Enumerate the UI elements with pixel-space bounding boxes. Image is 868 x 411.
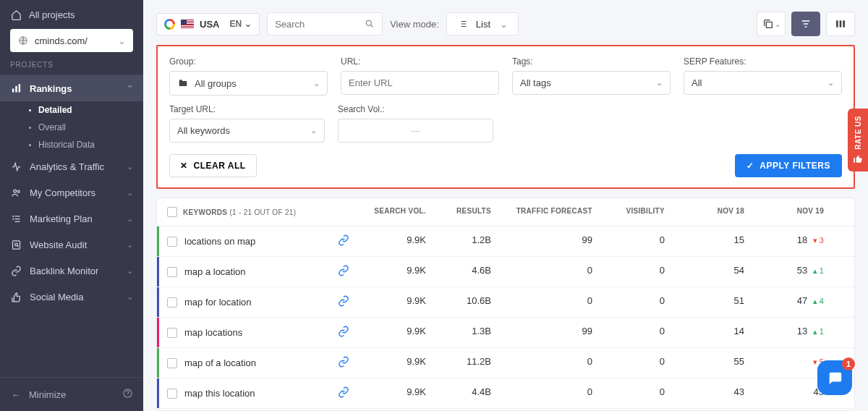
- filter-button[interactable]: [791, 12, 820, 36]
- svg-rect-2: [15, 85, 17, 92]
- sidebar-item-competitors[interactable]: My Competitors ⌄: [0, 179, 143, 206]
- col-nov18[interactable]: NOV 18: [672, 198, 752, 226]
- apply-label: APPLY FILTERS: [760, 161, 830, 171]
- main: USA EN ⌄ View mode: List ⌄ ⌄ Group: All …: [143, 0, 868, 411]
- chevron-down-icon: ⌄: [500, 19, 508, 30]
- chevron-down-icon: ⌄: [127, 214, 133, 224]
- chevron-down-icon: ⌄: [656, 78, 663, 88]
- lang-select[interactable]: EN ⌄: [229, 19, 252, 29]
- filter-url-input[interactable]: [341, 71, 499, 95]
- filter-group-select[interactable]: All groups ⌄: [169, 71, 328, 96]
- search-input-wrapper[interactable]: [267, 12, 383, 35]
- cell-nov18: 43: [672, 378, 752, 408]
- country-select[interactable]: USA EN ⌄: [156, 13, 260, 35]
- cell-sv: 9.9K: [361, 378, 433, 408]
- filter-label-serp: SERP Features:: [684, 56, 842, 67]
- filter-svol-range[interactable]: —: [338, 119, 493, 143]
- filter-target-value: All keywords: [177, 125, 230, 136]
- row-checkbox[interactable]: [167, 358, 177, 368]
- keyword-text: map a location: [184, 266, 246, 277]
- search-input[interactable]: [275, 19, 359, 30]
- columns-button[interactable]: [826, 12, 855, 36]
- table-row[interactable]: map for location9.9K10.6B005147 ▴ 4: [157, 287, 854, 318]
- copy-button[interactable]: ⌄: [757, 12, 786, 36]
- row-checkbox[interactable]: [167, 237, 177, 247]
- cell-results: 4.6B: [433, 257, 498, 287]
- svg-rect-1: [12, 88, 14, 92]
- sidebar-item-backlink[interactable]: Backlink Monitor ⌄: [0, 258, 143, 284]
- folder-icon: [177, 77, 189, 89]
- col-nov19[interactable]: NOV 19: [752, 198, 831, 226]
- home-icon: [10, 9, 22, 20]
- cell-visibility: 0: [600, 226, 672, 256]
- chevron-down-icon: ⌄: [313, 79, 320, 88]
- chat-widget[interactable]: 1: [817, 360, 852, 395]
- cell-sv: 9.9K: [361, 257, 433, 287]
- filter-label-target: Target URL:: [169, 104, 325, 114]
- help-icon[interactable]: [122, 388, 133, 401]
- col-results[interactable]: RESULTS: [433, 198, 498, 226]
- cell-visibility: 0: [600, 318, 672, 347]
- link-icon[interactable]: [338, 295, 349, 309]
- cell-sv: 9.9K: [361, 226, 433, 256]
- col-keywords-count: (1 - 21 OUT OF 21): [229, 208, 296, 216]
- subnav-overall[interactable]: Overall: [0, 119, 143, 136]
- apply-filters-button[interactable]: ✓ APPLY FILTERS: [735, 154, 842, 177]
- col-traffic[interactable]: TRAFFIC FORECAST: [498, 198, 600, 226]
- keyword-text: map for location: [184, 297, 252, 308]
- all-projects-link[interactable]: All projects: [10, 9, 133, 20]
- filter-target-select[interactable]: All keywords ⌄: [169, 119, 325, 143]
- sidebar-item-analytics[interactable]: Analytics & Traffic ⌄: [0, 153, 143, 179]
- cell-traffic: 0: [498, 378, 600, 408]
- keyword-text: map locations: [184, 327, 242, 338]
- filter-group-value: All groups: [195, 78, 237, 89]
- cell-visibility: 0: [600, 287, 672, 317]
- filter-label-group: Group:: [169, 56, 328, 67]
- filter-tags-select[interactable]: All tags ⌄: [512, 71, 671, 95]
- subnav-detailed[interactable]: Detailed: [0, 101, 143, 119]
- table-row[interactable]: map of a location9.9K11.2B0055 ▾ 5: [157, 348, 854, 378]
- arrow-left-icon: ←: [10, 389, 22, 400]
- row-checkbox[interactable]: [167, 267, 177, 277]
- viewmode-select[interactable]: List ⌄: [446, 12, 519, 35]
- row-checkbox[interactable]: [167, 328, 177, 338]
- sidebar-item-marketing[interactable]: Marketing Plan ⌄: [0, 206, 143, 232]
- minimize-label: Minimize: [29, 389, 66, 400]
- svg-point-5: [17, 190, 20, 192]
- subnav-historical[interactable]: Historical Data: [0, 136, 143, 153]
- nav-label: Marketing Plan: [30, 213, 93, 224]
- cell-results: 1.3B: [433, 318, 498, 347]
- minimize-button[interactable]: ← Minimize: [0, 377, 143, 411]
- row-checkbox[interactable]: [167, 297, 177, 308]
- cell-nov19: 53 ▴ 1: [752, 257, 831, 287]
- table-row[interactable]: map a location9.9K4.6B005453 ▴ 1: [157, 257, 854, 287]
- nav-label: Rankings: [30, 83, 72, 94]
- project-selector[interactable]: cminds.com/ ⌄: [10, 29, 133, 52]
- table-row[interactable]: map locations9.9K1.3B9901413 ▴ 1: [157, 318, 854, 348]
- table-row[interactable]: map this location9.9K4.4B004343: [157, 378, 854, 409]
- rate-us-tab[interactable]: RATE US: [848, 109, 868, 171]
- link-icon[interactable]: [338, 326, 349, 339]
- link-icon[interactable]: [338, 386, 349, 400]
- chevron-down-icon: ⌄: [310, 126, 317, 135]
- sidebar-item-rankings[interactable]: Rankings ⌃: [0, 75, 143, 101]
- select-all-checkbox[interactable]: [167, 207, 177, 217]
- cell-traffic: 0: [498, 287, 600, 317]
- link-icon[interactable]: [338, 234, 349, 248]
- col-searchvol[interactable]: SEARCH VOL.: [361, 198, 433, 226]
- cell-results: 10.6B: [433, 287, 498, 317]
- link-icon[interactable]: [338, 356, 349, 370]
- table-row[interactable]: locations on map9.9K1.2B9901518 ▾ 3: [157, 226, 854, 257]
- filter-tags-value: All tags: [520, 77, 551, 88]
- sidebar-item-audit[interactable]: Website Audit ⌄: [0, 232, 143, 258]
- clear-all-button[interactable]: ✕ CLEAR ALL: [169, 154, 257, 177]
- col-visibility[interactable]: VISIBILITY: [600, 198, 672, 226]
- link-icon[interactable]: [338, 265, 349, 279]
- row-checkbox[interactable]: [167, 389, 177, 399]
- chat-badge: 1: [842, 357, 855, 370]
- sidebar-item-social[interactable]: Social Media ⌄: [0, 284, 143, 310]
- nav-label: Website Audit: [30, 240, 87, 250]
- filter-label-tags: Tags:: [512, 56, 671, 67]
- filter-serp-select[interactable]: All ⌄: [684, 71, 842, 95]
- keyword-text: map of a location: [184, 357, 256, 368]
